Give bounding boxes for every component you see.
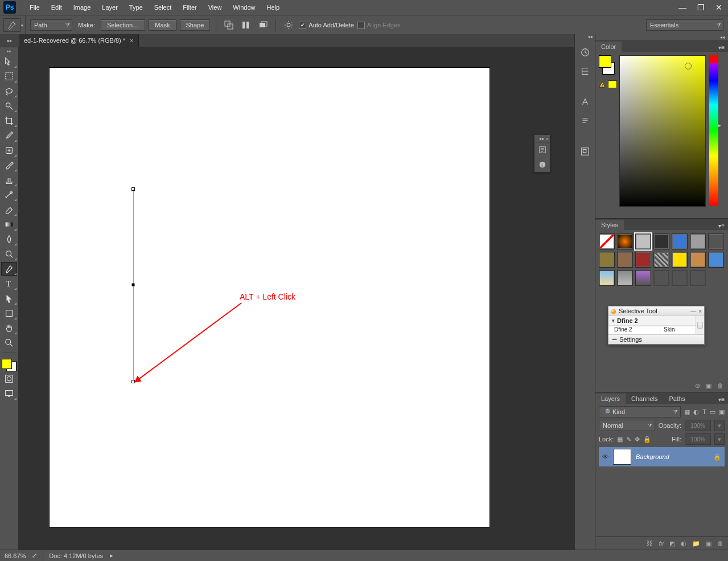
filter-smart-icon[interactable]: ▣ bbox=[719, 408, 725, 416]
hue-slider[interactable]: ▸ bbox=[709, 55, 718, 206]
adjustment-layer-icon[interactable]: ◐ bbox=[681, 540, 686, 547]
foreground-color-swatch[interactable] bbox=[2, 359, 12, 369]
menu-file[interactable]: File bbox=[24, 0, 46, 15]
screenmode-toggle[interactable] bbox=[1, 387, 17, 400]
clone-stamp-tool[interactable] bbox=[1, 173, 17, 187]
group-icon[interactable]: 📁 bbox=[692, 540, 700, 547]
paragraph-panel-icon[interactable] bbox=[577, 112, 594, 129]
gradient-tool[interactable] bbox=[1, 218, 17, 231]
eyedropper-tool[interactable] bbox=[1, 129, 17, 142]
menu-filter[interactable]: Filter bbox=[177, 0, 202, 15]
selective-row-name[interactable]: Dfine 2 bbox=[608, 326, 660, 334]
hand-tool[interactable] bbox=[1, 321, 17, 335]
panel-menu-icon[interactable]: ▾≡ bbox=[715, 395, 728, 404]
character-panel-icon[interactable] bbox=[577, 93, 594, 110]
styles-tab[interactable]: Styles bbox=[595, 220, 624, 230]
filter-type-icon[interactable]: T bbox=[702, 408, 706, 416]
shape-tool[interactable] bbox=[1, 306, 17, 320]
layer-mask-icon[interactable]: ◩ bbox=[669, 540, 675, 547]
style-swatch[interactable] bbox=[599, 234, 615, 249]
zoom-level[interactable]: 66.67% bbox=[5, 552, 26, 559]
gamut-warning[interactable]: ! bbox=[599, 80, 617, 88]
link-layers-icon[interactable]: ⛓ bbox=[647, 540, 653, 547]
crop-tool[interactable] bbox=[1, 114, 17, 128]
style-swatch[interactable] bbox=[653, 270, 669, 286]
style-swatch[interactable] bbox=[672, 234, 688, 249]
style-swatch[interactable] bbox=[708, 234, 724, 249]
anchor-point-2[interactable] bbox=[132, 284, 135, 286]
type-tool[interactable]: T bbox=[1, 277, 17, 290]
color-picker-field[interactable] bbox=[619, 55, 706, 207]
style-swatch[interactable] bbox=[672, 270, 688, 286]
menu-window[interactable]: Window bbox=[227, 0, 261, 15]
auto-add-delete-checkbox[interactable]: Auto Add/Delete bbox=[299, 22, 354, 29]
color-tab[interactable]: Color bbox=[595, 42, 622, 52]
history-panel-icon[interactable] bbox=[577, 44, 594, 61]
selective-tool-titlebar[interactable]: ◕ Selective Tool — × bbox=[608, 306, 704, 316]
delete-style-icon[interactable]: 🗑 bbox=[717, 382, 723, 389]
pen-mode-dropdown[interactable]: Path bbox=[30, 19, 72, 31]
doc-info-popup-icon[interactable]: ▸ bbox=[109, 553, 114, 559]
make-mask-button[interactable]: Mask bbox=[149, 19, 176, 31]
quick-select-tool[interactable] bbox=[1, 99, 17, 113]
opacity-arrow[interactable]: ▾ bbox=[714, 420, 725, 431]
paths-tab[interactable]: Paths bbox=[664, 394, 691, 404]
selective-settings[interactable]: ⥎Settings bbox=[608, 334, 704, 344]
selective-group[interactable]: Dfine 2 bbox=[608, 316, 696, 326]
layer-fx-icon[interactable]: fx bbox=[659, 540, 664, 547]
collapse-icon[interactable]: ▸▸ bbox=[540, 136, 544, 141]
path-align-icon[interactable] bbox=[239, 19, 253, 31]
style-swatch[interactable] bbox=[617, 234, 633, 249]
style-swatch[interactable] bbox=[599, 270, 615, 286]
layer-background[interactable]: 👁 Background 🔒 bbox=[599, 447, 725, 466]
delete-layer-icon[interactable]: 🗑 bbox=[717, 540, 723, 547]
layer-filter-icons[interactable]: ▦ ◐ T ▭ ▣ bbox=[684, 408, 725, 416]
eraser-tool[interactable] bbox=[1, 203, 17, 216]
toolbox-grip[interactable]: ▸▸ bbox=[0, 48, 18, 54]
healing-brush-tool[interactable] bbox=[1, 144, 17, 157]
zoom-tool[interactable] bbox=[1, 336, 17, 350]
style-swatch[interactable] bbox=[672, 252, 688, 268]
actions-panel-icon[interactable] bbox=[577, 63, 594, 80]
style-swatch[interactable] bbox=[690, 234, 706, 249]
no-style-icon[interactable]: ⊘ bbox=[695, 382, 700, 390]
history-brush-tool[interactable] bbox=[1, 188, 17, 202]
workspace[interactable]: ALT + Left Click ▸▸× i bbox=[18, 47, 575, 550]
selective-tool-panel[interactable]: ◕ Selective Tool — × Dfine 2 Dfine 2 Ski… bbox=[608, 306, 705, 345]
canvas[interactable]: ALT + Left Click bbox=[50, 68, 490, 527]
color-swatches[interactable] bbox=[2, 359, 17, 371]
close-tab-icon[interactable]: × bbox=[130, 37, 133, 44]
style-swatch[interactable] bbox=[635, 252, 651, 268]
lock-pixels-icon[interactable]: ✎ bbox=[626, 436, 631, 443]
panel-grip[interactable]: ◂◂ bbox=[595, 34, 728, 40]
filter-shape-icon[interactable]: ▭ bbox=[710, 408, 715, 416]
layer-thumbnail[interactable] bbox=[613, 449, 631, 465]
style-swatch[interactable] bbox=[617, 252, 633, 268]
lock-position-icon[interactable]: ✥ bbox=[635, 436, 640, 443]
zoom-popup-icon[interactable]: ⤢ bbox=[31, 553, 37, 559]
blur-tool[interactable] bbox=[1, 232, 17, 246]
brush-tool[interactable] bbox=[1, 158, 17, 172]
path-overlap-icon[interactable] bbox=[222, 19, 236, 31]
opacity-field[interactable]: 100% bbox=[685, 420, 711, 431]
close-button[interactable]: ✕ bbox=[710, 0, 728, 15]
selective-close-icon[interactable]: × bbox=[698, 308, 702, 314]
panel-menu-icon[interactable]: ▾≡ bbox=[715, 222, 728, 230]
document-tab[interactable]: ed-1-Recovered @ 66.7% (RGB/8) * × bbox=[19, 34, 139, 47]
path-selection-tool[interactable] bbox=[1, 292, 17, 305]
fill-field[interactable]: 100% bbox=[685, 433, 711, 445]
panel-color-swatches[interactable] bbox=[599, 55, 615, 75]
quickmask-toggle[interactable] bbox=[1, 372, 17, 386]
style-swatch[interactable] bbox=[653, 252, 669, 268]
menu-type[interactable]: Type bbox=[124, 0, 149, 15]
visibility-eye-icon[interactable]: 👁 bbox=[602, 453, 608, 460]
lock-transparent-icon[interactable]: ▦ bbox=[617, 436, 623, 443]
anchor-point-1[interactable] bbox=[131, 187, 135, 191]
style-swatch[interactable] bbox=[690, 270, 706, 286]
pen-tool[interactable] bbox=[1, 262, 17, 276]
selective-row-action[interactable]: Skin bbox=[660, 326, 674, 334]
tool-preset-picker[interactable]: ▾ bbox=[3, 18, 20, 32]
move-tool[interactable] bbox=[1, 55, 17, 68]
style-swatch[interactable] bbox=[617, 270, 633, 286]
new-style-icon[interactable]: ▣ bbox=[706, 382, 711, 390]
